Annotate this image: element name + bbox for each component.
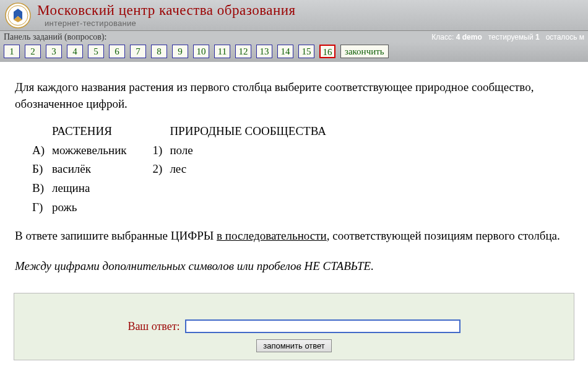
right-text: поле [170,141,333,160]
panel-label: Панель заданий (вопросов): [4,32,106,42]
app-title: Московский центр качества образования [37,2,583,19]
app-subtitle: интернет-тестирование [45,19,583,28]
question-intro: Для каждого названия растения из первого… [15,79,573,112]
header-titles: Московский центр качества образования ин… [37,2,583,28]
question-button-8[interactable]: 8 [151,45,167,58]
question-button-15[interactable]: 15 [298,45,314,58]
save-answer-button[interactable]: запомнить ответ [256,339,332,352]
question-button-5[interactable]: 5 [88,45,104,58]
answer-box: Ваш ответ: запомнить ответ [14,293,574,360]
remaining-info: осталось м [546,33,584,41]
table-row: Б)василёк2)лес [32,160,334,179]
left-text: лещина [52,179,134,198]
match-table: РАСТЕНИЯ ПРИРОДНЫЕ СООБЩЕСТВА А)можжевел… [32,122,334,217]
question-button-10[interactable]: 10 [193,45,209,58]
question-buttons: 12345678910111213141516 [4,45,340,58]
app-header: Московский центр качества образования ин… [0,0,588,31]
right-text [170,198,333,217]
instruction: В ответе запишите выбранные ЦИФРЫ в посл… [15,228,573,245]
note: Между цифрами дополнительных символов ил… [15,258,573,275]
table-row: А)можжевельник1)поле [32,141,334,160]
left-mark: Г) [32,198,52,217]
answer-label: Ваш ответ: [128,320,179,333]
class-info: Класс: 4 demo [431,33,482,41]
question-button-1[interactable]: 1 [4,45,20,58]
right-header: ПРИРОДНЫЕ СООБЩЕСТВА [170,122,333,141]
question-button-12[interactable]: 12 [235,45,251,58]
right-mark: 1) [153,141,170,160]
table-row: В)лещина [32,179,334,198]
question-content: Для каждого названия растения из первого… [0,62,588,280]
right-mark [153,198,170,217]
question-button-4[interactable]: 4 [67,45,83,58]
right-mark: 2) [153,160,170,179]
right-text [170,179,333,198]
left-mark: В) [32,179,52,198]
question-button-14[interactable]: 14 [277,45,293,58]
question-button-2[interactable]: 2 [25,45,41,58]
left-text: василёк [52,160,134,179]
panel-label-row: Панель заданий (вопросов): Класс: 4 demo… [0,31,588,42]
question-button-9[interactable]: 9 [172,45,188,58]
question-button-7[interactable]: 7 [130,45,146,58]
left-mark: А) [32,141,52,160]
question-button-13[interactable]: 13 [256,45,272,58]
question-button-16[interactable]: 16 [319,45,335,58]
instruction-underlined: в последовательности [217,229,327,242]
panel-info: Класс: 4 demo тестируемый 1 осталось м [431,33,584,41]
right-mark [153,179,170,198]
answer-input[interactable] [185,319,460,333]
left-text: рожь [52,198,134,217]
left-mark: Б) [32,160,52,179]
logo-icon [5,2,31,28]
finish-button[interactable]: закончить [340,45,389,58]
question-button-6[interactable]: 6 [109,45,125,58]
question-button-3[interactable]: 3 [46,45,62,58]
question-panel: 12345678910111213141516 закончить [0,42,588,62]
left-header: РАСТЕНИЯ [52,122,134,141]
question-button-11[interactable]: 11 [214,45,230,58]
answer-row: Ваш ответ: [14,319,574,333]
right-text: лес [170,160,333,179]
table-row: Г)рожь [32,198,334,217]
left-text: можжевельник [52,141,134,160]
user-info: тестируемый 1 [488,33,540,41]
